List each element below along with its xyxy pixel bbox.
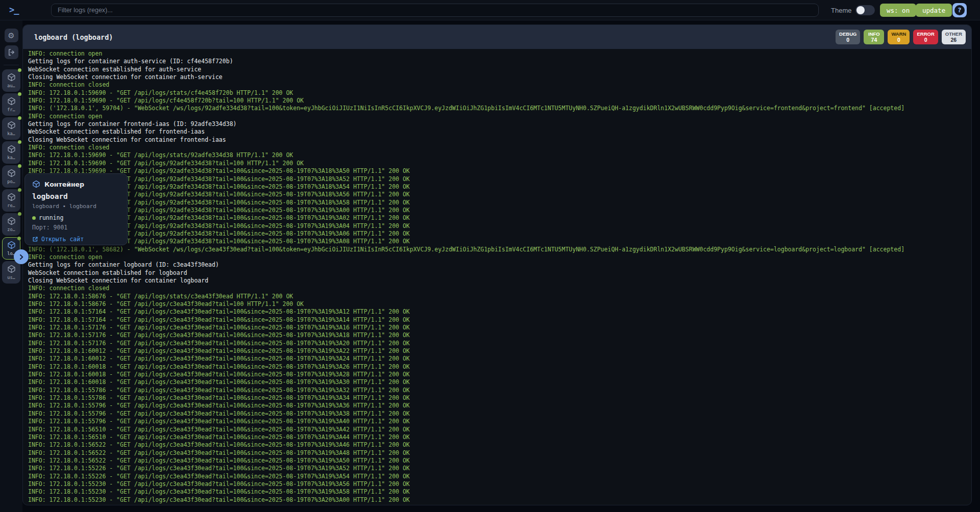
log-level-badge[interactable]: DEBUG 0 <box>836 30 860 44</box>
sidebar-container-item[interactable]: fr… <box>2 93 20 116</box>
help-button[interactable]: ? <box>952 3 967 17</box>
logout-button[interactable] <box>5 45 18 59</box>
sidebar-container-item[interactable]: us… <box>2 261 20 284</box>
container-cube-icon <box>7 217 16 225</box>
log-panel: logboard (logboard) DEBUG 0 INFO 74 WARN… <box>22 24 972 505</box>
container-label: ka… <box>7 155 15 160</box>
container-cube-icon <box>32 180 40 188</box>
container-cube-icon <box>7 121 16 130</box>
filter-logs-input[interactable] <box>51 4 819 17</box>
terminal-logo-icon: >_ <box>9 5 18 15</box>
log-line: INFO: 172.18.0.1:60012 - "GET /api/logs/… <box>28 347 971 355</box>
chevron-right-icon <box>18 254 24 260</box>
log-line: INFO: 172.18.0.1:60012 - "GET /api/logs/… <box>28 355 971 363</box>
log-line: INFO: 172.18.0.1:59690 - "GET /api/logs/… <box>28 238 971 245</box>
status-text: running <box>39 214 63 221</box>
container-cube-icon <box>7 241 16 249</box>
badge-label: ERROR <box>917 31 934 37</box>
log-level-badges: DEBUG 0 INFO 74 WARN 0 ERROR 0 <box>836 30 966 44</box>
container-label: ka… <box>7 131 15 136</box>
theme-label: Theme <box>831 7 851 14</box>
status-dot <box>18 212 21 216</box>
log-line: INFO: 172.18.0.1:59690 - "GET /api/logs/… <box>28 199 971 207</box>
log-line: INFO: 172.18.0.1:56510 - "GET /api/logs/… <box>28 426 971 433</box>
sidebar-divider <box>4 65 19 65</box>
settings-button[interactable]: ⚙ <box>5 29 18 42</box>
log-line: WebSocket connection established for fro… <box>28 128 971 136</box>
container-label: re… <box>7 203 15 208</box>
websocket-status-button[interactable]: ws: on <box>880 4 916 17</box>
log-level-badge[interactable]: ERROR 0 <box>913 30 938 44</box>
log-line: INFO: 172.18.0.1:55796 - "GET /api/logs/… <box>28 410 971 418</box>
log-line: INFO: connection open <box>28 50 971 58</box>
container-label: au… <box>7 83 15 88</box>
log-line: Closing WebSocket connection for contain… <box>28 136 971 144</box>
sidebar-expand-button[interactable] <box>14 249 29 264</box>
log-output[interactable]: INFO: connection open Getting logs for c… <box>23 49 971 505</box>
log-line: INFO: 172.18.0.1:55230 - "GET /api/logs/… <box>28 496 971 504</box>
log-line: INFO: 172.18.0.1:60018 - "GET /api/logs/… <box>28 363 971 371</box>
gear-icon: ⚙ <box>8 31 14 40</box>
container-port: Порт: 9001 <box>32 224 120 231</box>
container-label: us… <box>7 275 15 280</box>
log-line: INFO: 172.18.0.1:59690 - "GET /api/logs/… <box>28 214 971 222</box>
theme-toggle[interactable] <box>855 5 875 15</box>
container-label: zo… <box>7 227 15 232</box>
log-line: INFO: connection closed <box>28 81 971 89</box>
log-line: INFO: 172.18.0.1:56522 - "GET /api/logs/… <box>28 457 971 465</box>
badge-count: 74 <box>871 37 877 43</box>
log-line: INFO: ('172.18.0.1', 59704) - "WebSocket… <box>28 105 971 112</box>
log-level-badge[interactable]: WARN 0 <box>888 30 910 44</box>
running-status-dot <box>32 216 36 220</box>
container-status: running <box>32 214 120 221</box>
log-level-badge[interactable]: OTHER 26 <box>942 30 966 44</box>
container-label: fr… <box>7 107 15 112</box>
log-line: Getting logs for container auth-service … <box>28 58 971 65</box>
container-label: po… <box>7 179 15 184</box>
log-line: INFO: 172.18.0.1:57176 - "GET /api/logs/… <box>28 340 971 347</box>
log-line: INFO: 172.18.0.1:56522 - "GET /api/logs/… <box>28 441 971 449</box>
log-line: INFO: 172.18.0.1:59690 - "GET /api/logs/… <box>28 89 971 97</box>
log-line: INFO: connection open <box>28 253 971 261</box>
log-line: WebSocket connection established for log… <box>28 269 971 277</box>
sidebar-container-item[interactable]: po… <box>2 165 20 188</box>
log-line: INFO: 172.18.0.1:60018 - "GET /api/logs/… <box>28 378 971 386</box>
question-mark-icon: ? <box>954 5 965 15</box>
sidebar-container-item[interactable]: ka… <box>2 117 20 140</box>
log-line: INFO: 172.18.0.1:59690 - "GET /api/logs/… <box>28 222 971 230</box>
open-site-link[interactable]: Открыть сайт <box>32 236 120 243</box>
badge-count: 26 <box>951 37 957 43</box>
log-line: INFO: 172.18.0.1:59690 - "GET /api/logs/… <box>28 230 971 238</box>
log-line: INFO: connection closed <box>28 285 971 292</box>
log-level-badge[interactable]: INFO 74 <box>864 30 884 44</box>
log-line: INFO: 172.18.0.1:56522 - "GET /api/logs/… <box>28 449 971 457</box>
log-line: INFO: connection open <box>28 113 971 120</box>
log-line: INFO: 172.18.0.1:55230 - "GET /api/logs/… <box>28 488 971 496</box>
log-line: Getting logs for container frontend-iaas… <box>28 120 971 128</box>
theme-toggle-knob <box>856 6 865 14</box>
log-line: INFO: 172.18.0.1:55226 - "GET /api/logs/… <box>28 473 971 480</box>
log-line: INFO: 172.18.0.1:59690 - "GET /api/logs/… <box>28 175 971 183</box>
log-line: INFO: 172.18.0.1:57164 - "GET /api/logs/… <box>28 316 971 324</box>
badge-label: WARN <box>891 31 906 37</box>
popover-title: Контейнер <box>44 181 84 188</box>
log-line: INFO: 172.18.0.1:56510 - "GET /api/logs/… <box>28 433 971 441</box>
log-line: Closing WebSocket connection for contain… <box>28 277 971 285</box>
status-dot <box>18 116 21 120</box>
sidebar-container-item[interactable]: zo… <box>2 213 20 236</box>
open-site-label: Открыть сайт <box>41 236 84 243</box>
log-line: INFO: 172.18.0.1:55796 - "GET /api/logs/… <box>28 418 971 425</box>
log-line: INFO: ('172.18.0.1', 58682) - "WebSocket… <box>28 246 971 253</box>
log-line: INFO: 172.18.0.1:59690 - "GET /api/logs/… <box>28 160 971 167</box>
status-dot <box>18 92 21 96</box>
sidebar-container-item[interactable]: re… <box>2 189 20 212</box>
logout-icon <box>8 48 15 56</box>
log-line: INFO: 172.18.0.1:55230 - "GET /api/logs/… <box>28 480 971 488</box>
sidebar-container-item[interactable]: au… <box>2 69 20 92</box>
log-line: INFO: 172.18.0.1:60018 - "GET /api/logs/… <box>28 371 971 378</box>
update-button[interactable]: update <box>916 4 952 17</box>
sidebar-container-item[interactable]: ka… <box>2 141 20 164</box>
log-line: Closing WebSocket connection for contain… <box>28 73 971 81</box>
status-dot <box>18 68 21 72</box>
status-dot <box>17 237 21 240</box>
